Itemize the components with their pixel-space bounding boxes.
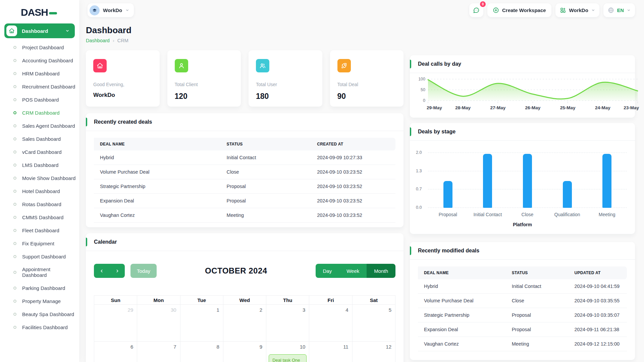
circle-icon [13,137,16,140]
today-button[interactable]: Today [130,264,157,278]
sidebar-item-label: Accounting Dashboard [22,58,73,63]
calendar-day-cell[interactable]: 10 Deal task One [266,342,309,362]
stat-value: 180 [256,92,315,101]
sidebar-item[interactable]: HRM Dashboard [0,67,79,80]
messages-button[interactable]: 0 [469,3,483,17]
day-number: 11 [343,344,348,350]
create-workspace-button[interactable]: Create Workspace [487,3,551,17]
sidebar-item[interactable]: Movie Show Dashboard [0,172,79,185]
sidebar-item[interactable]: Fleet Dashboard [0,224,79,237]
sidebar-item[interactable]: Facilities Dashboard [0,321,79,334]
bar-category-label: Meeting [587,212,627,217]
calendar-day-cell[interactable]: 1 [180,305,223,342]
bar [602,154,611,208]
calendar-day-cell[interactable]: 2 [223,305,266,342]
plus-circle-icon [493,7,499,13]
sidebar-item[interactable]: Hotel Dashboard [0,185,79,198]
stat-label: Total User [256,82,315,87]
status-cell: Initial Contact [221,150,311,165]
sidebar-item[interactable]: Rotas Dashboard [0,198,79,211]
calendar-view-button[interactable]: Day [316,264,339,278]
sidebar-item[interactable]: vCard Dashboard [0,145,79,159]
calendar-day-cell[interactable]: 30 [137,305,180,342]
language-selector[interactable]: EN [603,3,635,17]
bar-category-label: Qualification [547,212,587,217]
calendar-day-cell[interactable]: 5 [353,305,395,342]
stat-label: Good Evening, [93,82,152,87]
total-user-card: Total User 180 [249,50,322,107]
day-header: Mon [137,296,180,305]
prev-month-button[interactable] [94,264,109,278]
svg-text:24-May: 24-May [595,105,610,110]
sidebar-item[interactable]: Property Manage [0,295,79,308]
sidebar-item[interactable]: Appointment Dashboard [0,263,79,282]
next-month-button[interactable] [109,264,125,278]
recently-modified-deals-card: Recently modified deals DEAL NAMESTATUSU… [410,242,635,360]
day-number: 10 [300,344,306,350]
sidebar-item[interactable]: Support Dashboard [0,250,79,263]
calendar-day-cell[interactable]: 6 [94,342,137,362]
sidebar-item[interactable]: Fix Equipment [0,237,79,250]
day-header: Sat [353,296,395,305]
sidebar-item-dashboard[interactable]: Dashboard [4,23,75,38]
sidebar-item[interactable]: Sales Dashboard [0,132,79,145]
calendar-day-cell[interactable]: 29 [94,305,137,342]
chevron-down-icon [591,8,595,12]
calendar-view-button[interactable]: Week [339,264,367,278]
column-header: DEAL NAME [418,266,506,279]
circle-icon [13,216,16,219]
total-client-card: Total Client 120 [167,50,241,107]
workspace-selector[interactable]: WorkDo [88,3,134,17]
card-title: Deal calls by day [410,55,635,73]
calendar-event[interactable]: Deal task One [269,354,307,362]
sidebar-item[interactable]: Recruitment Dashboard [0,80,79,93]
calendar-card: Calendar Today OCTOBER 2024 [86,233,404,362]
sidebar-item[interactable]: Beauty Spa Dashboard [0,308,79,321]
sidebar-item[interactable]: Project Dashboard [0,41,79,54]
card-title: Recently created deals [86,113,404,131]
workspace-name: WorkDo [103,7,122,13]
status-cell: Proposal [221,194,311,208]
sidebar-item[interactable]: POS Dashboard [0,93,79,106]
circle-icon [13,326,16,329]
sidebar-item-label: Sales Dashboard [22,136,61,142]
home-icon [93,59,107,72]
sidebar-item[interactable]: Accounting Dashboard [0,54,79,67]
calendar-day-cell[interactable]: 11 [309,342,352,362]
app-logo[interactable]: DASH [21,7,79,18]
calendar-day-cell[interactable]: 8 [180,342,223,362]
page-header: Dashboard Dashboard › CRM [86,25,404,43]
sidebar-item-label: Project Dashboard [22,45,64,50]
sidebar-item-label: Beauty Spa Dashboard [22,311,74,317]
calendar-view-button[interactable]: Month [367,264,395,278]
table-row: Vaughan Cortez Meeting 2024-09-12 12:15:… [418,337,627,351]
chevron-down-icon [65,29,69,33]
sidebar-item[interactable]: CRM Dashboard [0,106,79,119]
deal-name-cell: Volume Purchase Deal [418,294,506,308]
breadcrumb-link-dashboard[interactable]: Dashboard [86,38,110,43]
sidebar-item[interactable]: LMS Dashboard [0,159,79,172]
deal-name-cell: Vaughan Cortez [418,337,506,351]
table-row: Volume Purchase Deal Close 2024-09-10 03… [418,294,627,308]
day-number: 5 [389,307,391,313]
sidebar-item[interactable]: Parking Dashboard [0,282,79,295]
calendar-day-cell[interactable]: 9 [223,342,266,362]
bar [523,154,532,208]
calendar-day-cell[interactable]: 3 [266,305,309,342]
chevron-down-icon [627,8,631,12]
sidebar-item[interactable]: CMMS Dashboard [0,211,79,224]
status-cell: Initial Contact [506,279,569,294]
calendar-day-cell[interactable]: 12 [353,342,395,362]
status-cell: Proposal [506,322,569,337]
circle-icon [13,229,16,232]
column-header: STATUS [506,266,569,279]
workspace-switcher[interactable]: WorkDo [555,3,599,17]
circle-icon [13,72,16,75]
circle-icon [13,203,16,206]
calendar-day-cell[interactable]: 4 [309,305,352,342]
calendar-day-cell[interactable]: 7 [137,342,180,362]
sidebar-menu: Project Dashboard Accounting Dashboard H… [0,41,79,334]
sidebar-item-label: vCard Dashboard [22,149,62,155]
sidebar-item[interactable]: Sales Agent Dashboard [0,119,79,132]
status-cell: Meeting [506,337,569,351]
